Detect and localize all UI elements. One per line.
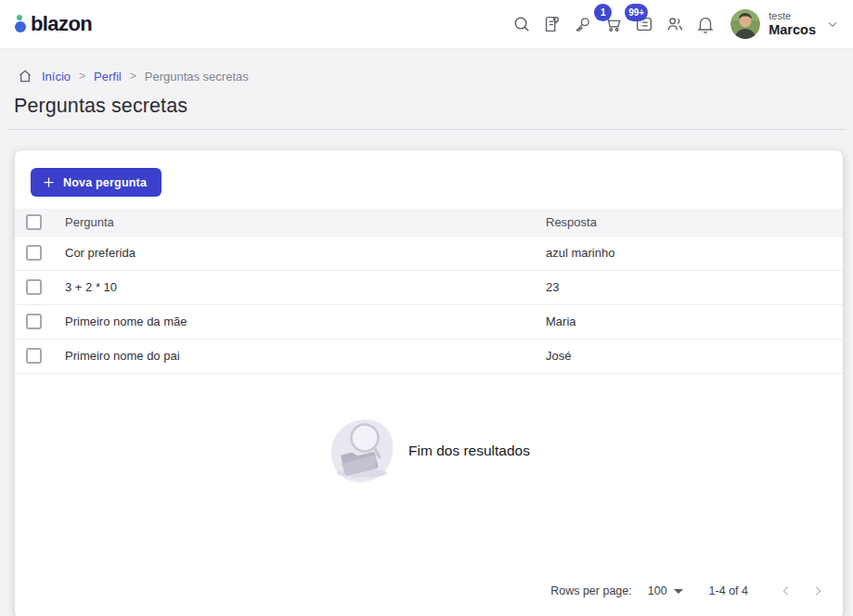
select-all-cell [15,209,65,236]
breadcrumb-perfil[interactable]: Perfil [94,70,122,83]
column-header-pergunta: Pergunta [65,209,546,236]
new-question-button[interactable]: Nova pergunta [31,168,162,197]
question-cell: Cor preferida [65,236,546,270]
chevron-down-icon[interactable] [825,17,840,32]
users-icon[interactable] [663,12,687,36]
user-name: Marcos [769,22,816,38]
home-icon[interactable] [17,68,33,84]
row-checkbox-cell [15,236,65,270]
row-checkbox-cell [15,270,65,304]
chevron-left-icon [778,583,795,599]
bell-icon[interactable] [693,12,717,36]
rows-per-page-label: Rows per page: [550,584,632,597]
answer-cell: José [546,339,843,373]
column-header-resposta: Resposta [546,209,843,236]
previous-page-button[interactable] [770,577,802,605]
table-body: Cor preferidaazul marinho3 + 2 * 1023Pri… [15,236,843,373]
row-checkbox[interactable] [26,245,42,261]
plus-icon [42,175,56,189]
row-checkbox[interactable] [26,279,42,295]
table-header-row: Pergunta Resposta [15,209,843,236]
logo-dots-icon [15,15,26,34]
secret-questions-card: Nova pergunta Pergunta Resposta Cor pref… [15,150,843,616]
end-of-results-illustration-icon [328,417,396,485]
answer-cell: Maria [546,304,843,339]
brand-logo[interactable]: blazon [15,14,92,34]
row-checkbox[interactable] [26,314,42,329]
page-title: Perguntas secretas [14,95,838,118]
pagination-bar: Rows per page: 100 1-4 of 4 [15,577,843,616]
chevron-right-icon [809,583,826,599]
topbar-actions: 1 99+ teste [503,9,840,39]
user-menu[interactable]: teste Marcos [769,10,816,37]
key-icon[interactable] [571,12,595,36]
new-question-label: Nova pergunta [63,176,147,189]
pagination-range: 1-4 of 4 [709,584,748,597]
certificate-icon[interactable] [540,12,564,36]
question-cell: 3 + 2 * 10 [65,270,546,304]
breadcrumb-inicio[interactable]: Início [42,70,71,83]
row-checkbox-cell [15,304,65,339]
avatar[interactable] [730,9,760,39]
select-all-checkbox[interactable] [26,214,42,230]
user-caption: teste [769,10,816,22]
row-checkbox[interactable] [26,348,42,364]
table-row: Cor preferidaazul marinho [15,236,843,270]
tasks-icon[interactable]: 99+ [632,12,656,36]
breadcrumb-separator-icon: > [79,70,85,83]
logo-wordmark: blazon [31,14,92,34]
questions-table: Pergunta Resposta Cor preferidaazul mari… [15,209,843,374]
cart-icon[interactable]: 1 [601,12,626,36]
table-row: Primeiro nome do paiJosé [15,339,843,373]
top-bar: blazon 1 99+ [0,0,853,49]
breadcrumb-current: Perguntas secretas [145,70,249,83]
table-row: 3 + 2 * 1023 [15,270,843,304]
answer-cell: azul marinho [546,236,843,270]
rows-per-page-select[interactable]: 100 [648,584,683,597]
card-toolbar: Nova pergunta [15,150,843,209]
breadcrumb: Início > Perfil > Perguntas secretas [17,68,838,84]
answer-cell: 23 [546,270,843,304]
tasks-badge: 99+ [625,4,648,21]
breadcrumb-separator-icon: > [130,70,136,83]
question-cell: Primeiro nome do pai [65,339,546,373]
question-cell: Primeiro nome da mãe [65,304,546,339]
rows-per-page-value: 100 [648,584,667,597]
end-of-results-message: Fim dos resultados [408,443,530,459]
search-icon[interactable] [510,12,534,36]
row-checkbox-cell [15,339,65,373]
table-row: Primeiro nome da mãeMaria [15,304,843,339]
caret-down-icon [674,589,683,594]
empty-state: Fim dos resultados [15,417,843,485]
title-divider [7,129,846,130]
next-page-button[interactable] [802,577,834,605]
